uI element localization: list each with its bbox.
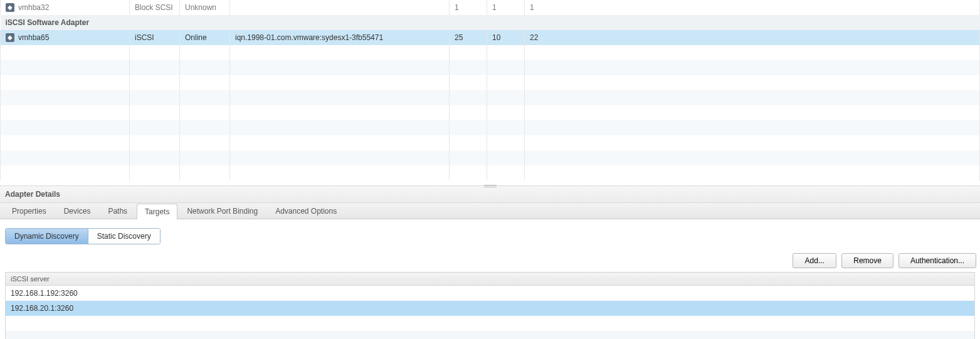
adapter-id: iqn.1998-01.com.vmware:sydesx1-3fb55471 [230,30,450,45]
tab-paths[interactable]: Paths [100,203,135,219]
tab-targets[interactable]: Targets [137,204,177,219]
table-row [6,316,975,331]
table-row[interactable]: ◆vmhba32 Block SCSI Unknown 1 1 1 [1,0,980,15]
adapter-icon: ◆ [6,33,14,42]
table-row [6,331,975,339]
details-tabstrip: Properties Devices Paths Targets Network… [0,203,980,219]
table-row [1,60,980,75]
adapter-id [230,0,450,15]
adapter-type: Block SCSI [130,0,180,15]
dynamic-discovery-button[interactable]: Dynamic Discovery [6,229,88,244]
adapter-col6: 1 [525,0,980,15]
iscsi-server-column-header[interactable]: iSCSI server [6,273,975,286]
table-row[interactable]: 192.168.1.192:3260 [6,286,975,301]
tab-properties[interactable]: Properties [4,203,55,219]
remove-button[interactable]: Remove [841,253,893,268]
adapter-col4: 25 [450,30,487,45]
add-button[interactable]: Add... [793,253,836,268]
adapter-group-header: iSCSI Software Adapter [1,15,980,30]
table-row [1,135,980,150]
adapter-status: Unknown [180,0,230,15]
table-row [1,75,980,90]
adapter-details-header: Adapter Details [0,185,980,203]
table-row[interactable]: ◆vmhba65 iSCSI Online iqn.1998-01.com.vm… [1,30,980,45]
adapter-col4: 1 [450,0,487,15]
table-row [1,105,980,120]
pane-splitter[interactable] [0,180,980,185]
adapter-status: Online [180,30,230,45]
table-row [1,90,980,105]
discovery-toggle: Dynamic Discovery Static Discovery [5,228,975,244]
adapter-col6: 22 [525,30,980,45]
adapter-name: vmhba65 [18,33,49,42]
iscsi-server-cell: 192.168.1.192:3260 [6,286,975,301]
iscsi-targets-table[interactable]: iSCSI server 192.168.1.192:3260 192.168.… [5,272,975,339]
adapter-col5: 10 [487,30,525,45]
table-row[interactable]: 192.168.20.1:3260 [6,301,975,316]
authentication-button[interactable]: Authentication... [898,253,976,268]
adapter-col5: 1 [487,0,525,15]
targets-actions: Add... Remove Authentication... [0,253,980,272]
adapter-name: vmhba32 [18,3,49,12]
tab-devices[interactable]: Devices [56,203,99,219]
storage-adapters-table[interactable]: ◆vmhba32 Block SCSI Unknown 1 1 1 iSCSI … [0,0,980,180]
adapter-type: iSCSI [130,30,180,45]
tab-network-port-binding[interactable]: Network Port Binding [179,203,266,219]
grip-icon [484,185,497,187]
tab-advanced-options[interactable]: Advanced Options [267,203,345,219]
iscsi-server-cell: 192.168.20.1:3260 [6,301,975,316]
static-discovery-button[interactable]: Static Discovery [88,229,160,244]
table-row [1,45,980,60]
table-row [1,165,980,180]
table-row [1,120,980,135]
table-row [1,150,980,165]
adapter-icon: ◆ [6,3,14,12]
